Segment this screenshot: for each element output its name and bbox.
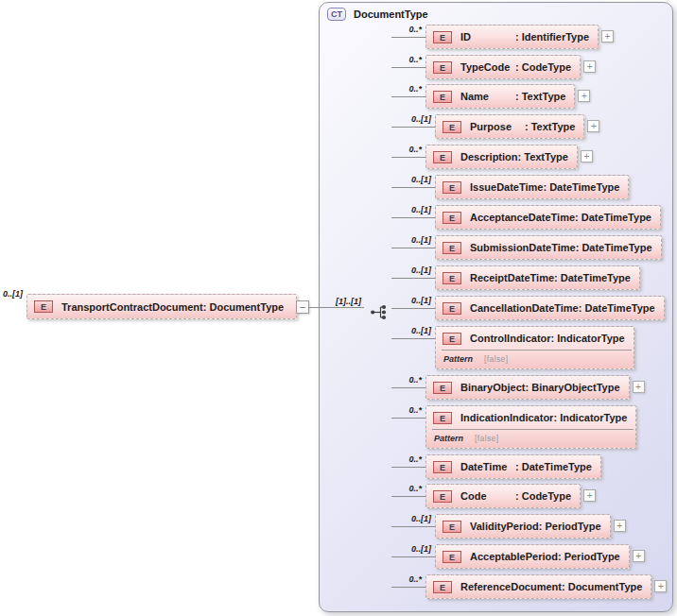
pattern-facet-value: [false] [484,354,508,364]
root-element-box[interactable]: E TransportContractDocument : DocumentTy… [26,294,297,319]
connector-line [391,96,427,97]
connector-line [391,587,427,588]
element-type: : DateTimeType [579,302,655,314]
element-row: EDateTime : DateTimeType [425,454,601,479]
element-box[interactable]: EDescription : TextType [425,145,578,169]
element-type: : DateTimeType [576,242,652,253]
multiplicity-label: 0..[1] [391,205,431,214]
element-type: : PeriodType [539,521,601,532]
element-box[interactable]: ECancellationDateTime : DateTimeType [435,296,665,320]
element-row: EDescription : TextType+ [425,145,593,169]
element-box[interactable]: EReceiptDateTime : DateTimeType [435,265,640,290]
connector-line [391,526,437,527]
expand-button[interactable]: + [654,580,667,592]
element-name: BinaryObject [460,382,525,393]
connector-line [391,248,437,248]
connector-line [391,338,437,339]
element-icon: E [443,242,461,254]
element-icon: E [433,412,452,424]
multiplicity-label: 0..[1] [391,514,431,523]
element-icon: E [433,91,452,103]
expand-button[interactable]: + [583,489,596,502]
element-box[interactable]: ESubmissionDateTime : DateTimeType [435,235,662,260]
element-icon: E [433,490,452,503]
element-box[interactable]: EIndicationIndicator : IndicatorTypePatt… [425,405,636,449]
element-box[interactable]: EPurpose : TextType [435,114,584,139]
expand-button[interactable]: + [601,30,614,43]
complex-type-header: CT DocumentType [327,8,428,21]
element-type: : PeriodType [558,551,620,562]
element-row: EControlIndicator : IndicatorTypePattern… [435,326,634,369]
element-row: EReferenceDocument : DocumentType+ [425,574,667,599]
multiplicity-label: 0..[1] [391,265,431,275]
element-type: : TextType [525,121,575,132]
element-row: EName : TextType+ [425,84,590,109]
element-name: Code [460,490,515,502]
facet-divider [442,350,632,351]
schema-diagram: CT DocumentType [1]..[1] 0..[1] E Transp… [0,0,677,616]
complex-type-title: DocumentType [354,9,428,20]
element-box[interactable]: ETypeCode : CodeType [425,55,581,79]
expand-button[interactable]: + [614,520,626,532]
expand-button[interactable]: + [578,90,590,102]
pattern-facet-value: [false] [475,434,498,443]
element-box[interactable]: ECode : CodeType [425,484,581,508]
connector-line [309,307,364,308]
element-box[interactable]: EDateTime : DateTimeType [425,454,601,479]
element-name: ValidityPeriod [470,521,539,532]
expand-button[interactable]: + [633,550,645,562]
expand-button[interactable]: + [587,120,599,132]
connector-line [391,556,437,557]
element-icon: E [433,31,452,43]
collapse-button[interactable]: − [296,300,309,314]
connector-line [391,278,437,279]
root-element-name: TransportContractDocument [61,301,203,313]
element-name: ControlIndicator [470,333,551,344]
element-row: EIssueDateTime : DateTimeType [435,175,629,199]
sequence-icon [370,304,391,324]
element-box[interactable]: EIssueDateTime : DateTimeType [435,175,629,199]
element-type: : CodeType [515,490,571,502]
element-row: EAcceptablePeriod : PeriodType+ [435,544,645,569]
connector-line [391,308,437,309]
element-row: ECode : CodeType+ [425,484,596,508]
element-box[interactable]: EAcceptanceDateTime : DateTimeType [435,205,661,230]
element-box[interactable]: EAcceptablePeriod : PeriodType [435,544,630,569]
multiplicity-label: 0..[1] [391,296,431,305]
element-icon: E [443,302,461,315]
element-box[interactable]: EValidityPeriod : PeriodType [435,514,611,539]
element-box[interactable]: EID : IdentifierType [425,25,599,49]
element-name: IssueDateTime [470,181,543,193]
element-name: Name [460,91,515,102]
element-box[interactable]: EControlIndicator : IndicatorTypePattern… [435,326,634,369]
element-icon: E [433,461,452,473]
element-row: EValidityPeriod : PeriodType+ [435,514,626,539]
element-box[interactable]: EName : TextType [425,84,575,109]
element-box[interactable]: EBinaryObject : BinaryObjectType [425,375,630,400]
element-icon: E [34,300,53,313]
element-row: EReceiptDateTime : DateTimeType [435,265,640,290]
element-row: EPurpose : TextType+ [435,114,599,139]
facet-row: Pattern[false] [426,431,635,448]
element-icon: E [433,382,452,394]
expand-button[interactable]: + [633,381,645,393]
multiplicity-label: 0..[1] [391,326,431,335]
connector-multiplicity-label: [1]..[1] [312,297,361,306]
element-box[interactable]: EReferenceDocument : DocumentType [425,574,651,599]
element-row: EBinaryObject : BinaryObjectType+ [425,375,645,400]
element-icon: E [433,151,452,163]
connector-line [391,217,437,218]
element-name: ReceiptDateTime [470,272,554,283]
multiplicity-label: 0..* [391,25,422,34]
element-row: ETypeCode : CodeType+ [425,55,596,79]
element-row: EID : IdentifierType+ [425,25,614,49]
element-type: : TextType [518,151,568,163]
element-icon: E [443,333,461,345]
expand-button[interactable]: + [581,150,593,163]
expand-button[interactable]: + [583,60,596,73]
element-icon: E [443,521,461,533]
element-row: EAcceptanceDateTime : DateTimeType [435,205,661,230]
element-icon: E [443,181,461,194]
multiplicity-label: 0..* [391,55,422,64]
connector-line [391,127,437,128]
